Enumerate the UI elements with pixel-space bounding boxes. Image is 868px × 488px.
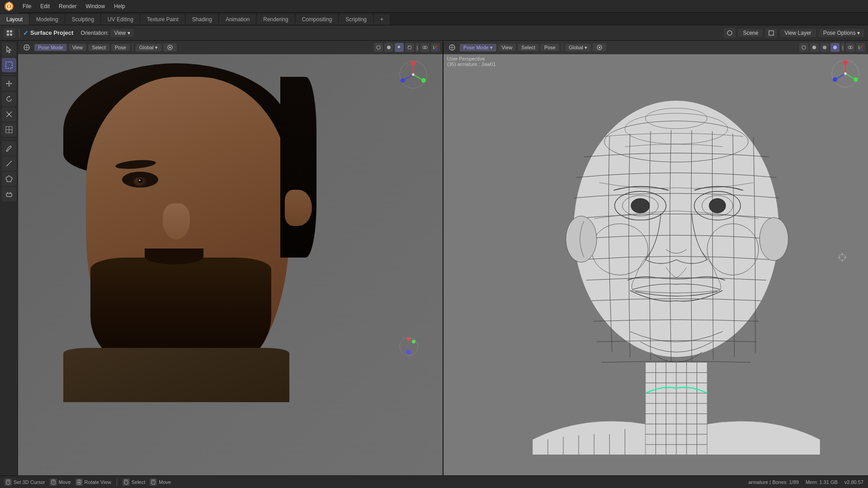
top-menu-bar: File Edit Render Window Help [0, 0, 868, 13]
left-render-icon[interactable] [405, 43, 414, 52]
menu-window[interactable]: Window [81, 0, 109, 12]
orientation-label: Orientation: View ▾ [80, 29, 134, 37]
svg-rect-23 [6, 193, 12, 197]
tab-rendering[interactable]: Rendering [257, 14, 294, 25]
mmb-icon [75, 479, 83, 486]
svg-point-3 [8, 5, 10, 7]
right-overlay-icon[interactable] [846, 43, 855, 52]
project-name: ✓ Surface Project [23, 29, 73, 37]
pose-options-btn[interactable]: Pose Options ▾ [819, 29, 864, 37]
svg-point-59 [812, 46, 816, 49]
svg-line-15 [6, 115, 8, 117]
svg-line-14 [10, 112, 12, 113]
left-wireframe-icon[interactable] [374, 43, 383, 52]
annotate-erase-tool-btn[interactable] [2, 187, 16, 202]
tool-sep-2 [3, 139, 15, 139]
left-pose-btn[interactable]: Pose [111, 44, 130, 51]
move-label-2: Move [159, 479, 171, 485]
right-solid-icon[interactable] [810, 43, 819, 52]
move-tool-btn[interactable] [2, 76, 16, 91]
scale-tool-btn[interactable] [2, 107, 16, 122]
svg-line-21 [6, 161, 12, 166]
svg-point-58 [802, 46, 806, 49]
svg-point-105 [843, 60, 848, 65]
right-material-icon[interactable] [820, 43, 829, 52]
right-select-btn[interactable]: Select [518, 44, 539, 51]
right-view-btn[interactable]: View [498, 44, 516, 51]
svg-rect-5 [10, 30, 12, 33]
svg-point-70 [631, 198, 650, 213]
tab-modeling[interactable]: Modeling [30, 14, 65, 25]
select-label: Select [132, 479, 146, 485]
scene-btn[interactable]: Scene [738, 29, 763, 37]
tab-layout[interactable]: Layout [0, 14, 29, 25]
select-item: Select [123, 479, 146, 486]
annotate-tool-btn[interactable] [2, 141, 16, 155]
left-toolbar [0, 41, 18, 475]
left-vp-icon1[interactable] [21, 42, 33, 52]
left-snap-btn[interactable] [163, 43, 177, 52]
right-snap-btn[interactable] [593, 43, 606, 52]
left-pose-mode-btn[interactable]: Pose Mode [34, 44, 67, 51]
right-render-icon[interactable] [830, 43, 840, 52]
left-viewport-header: Pose Mode View Select Pose Global ▾ [18, 41, 443, 54]
left-select-btn[interactable]: Select [88, 44, 109, 51]
transform-tool-btn[interactable] [2, 122, 16, 137]
render-engine-icon[interactable] [765, 28, 777, 38]
tab-texture-paint[interactable]: Texture Paint [141, 14, 185, 25]
left-material-icon[interactable] [395, 43, 404, 52]
transform-gizmo [397, 335, 420, 358]
orientation-dropdown[interactable]: View ▾ [110, 29, 134, 37]
tab-scripting[interactable]: Scripting [339, 14, 373, 25]
view-layer-btn[interactable]: View Layer [780, 29, 816, 37]
right-global-btn[interactable]: Global ▾ [565, 44, 591, 52]
tab-sculpting[interactable]: Sculpting [66, 14, 100, 25]
left-viewport[interactable]: Pose Mode View Select Pose Global ▾ [18, 41, 443, 475]
cursor-tool-btn[interactable] [2, 42, 16, 57]
menu-edit[interactable]: Edit [36, 0, 54, 12]
svg-point-42 [407, 337, 410, 341]
menu-file[interactable]: File [18, 0, 36, 12]
ear-right [285, 190, 312, 226]
tab-compositing[interactable]: Compositing [296, 14, 339, 25]
menu-render[interactable]: Render [54, 0, 81, 12]
select-tool-btn[interactable] [2, 58, 16, 72]
left-overlay-icon[interactable] [420, 43, 429, 52]
nose-area [163, 203, 190, 239]
svg-point-37 [425, 46, 427, 49]
tab-uv-editing[interactable]: UV Editing [101, 14, 140, 25]
blender-logo[interactable] [0, 0, 18, 13]
rotate-view-label: Rotate View [85, 479, 111, 485]
rmb-icon [50, 479, 57, 486]
right-wireframe-icon[interactable] [799, 43, 808, 52]
tab-shading[interactable]: Shading [186, 14, 218, 25]
rotate-tool-btn[interactable] [2, 92, 16, 106]
tab-add[interactable]: + [374, 14, 390, 25]
svg-rect-17 [8, 113, 10, 115]
left-xray-icon[interactable]: | [415, 43, 419, 52]
tab-animation[interactable]: Animation [219, 14, 256, 25]
left-view-btn[interactable]: View [69, 44, 87, 51]
right-xray-icon[interactable]: | [841, 43, 844, 52]
annotate-poly-tool-btn[interactable] [2, 172, 16, 186]
project-label: Surface Project [30, 29, 73, 36]
right-pose-btn[interactable]: Pose [541, 44, 559, 51]
svg-point-43 [412, 340, 415, 343]
left-gizmo-icon[interactable] [431, 43, 440, 52]
right-pose-mode-btn[interactable]: Pose Mode ▾ [460, 44, 496, 52]
move-item-2: Move [150, 479, 171, 486]
right-gizmo-icon[interactable] [856, 43, 865, 52]
annotate-line-tool-btn[interactable] [2, 156, 16, 171]
svg-rect-7 [10, 33, 12, 36]
right-viewport[interactable]: Pose Mode ▾ View Select Pose Global ▾ [443, 41, 868, 475]
left-solid-icon[interactable] [384, 43, 393, 52]
scene-collection-icon[interactable] [724, 28, 736, 38]
svg-point-34 [408, 46, 411, 49]
menu-help[interactable]: Help [109, 0, 130, 12]
header-mode-icon[interactable] [4, 28, 15, 38]
svg-point-30 [169, 47, 171, 48]
left-global-btn[interactable]: Global ▾ [136, 44, 161, 52]
right-vp-icon1[interactable] [446, 42, 458, 52]
eye-highlight [139, 179, 141, 181]
shirt-area [63, 348, 289, 402]
